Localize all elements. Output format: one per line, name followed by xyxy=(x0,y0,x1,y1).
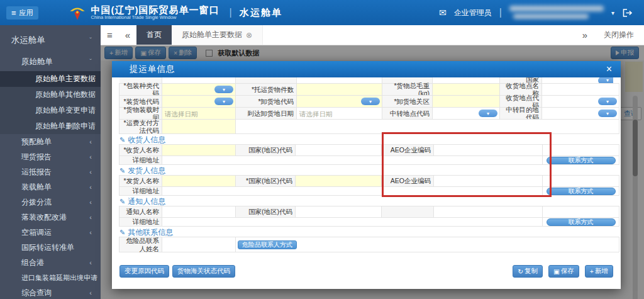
dangerous-goods-contact-row: 危险品联系人姓名 危险品联系人方式 xyxy=(119,237,613,252)
sidebar-item-loading-manifest[interactable]: 装载舱单 ‹ xyxy=(0,179,101,195)
app-title-en: China International Trade Single Window xyxy=(91,15,219,20)
messages-icon[interactable]: ✉ xyxy=(439,8,447,18)
chevron-left-icon: ‹ xyxy=(89,138,92,145)
sidebar-item-original-manifest-delete-request[interactable]: 原始舱单删除申请 xyxy=(0,118,101,134)
shipper-name-label: *发货人名称 xyxy=(119,175,162,187)
notify-extra-input[interactable] xyxy=(434,208,542,218)
loading-time-label: *货物装载时间 xyxy=(119,107,162,120)
form-row-3: *货物装载时间 到达卸货地日期 中转地点代码 ▾ 中转目的地代码 ▾ xyxy=(119,108,613,120)
delivery-place-name-input[interactable] xyxy=(542,84,619,96)
shipper-aeo-input[interactable] xyxy=(434,177,542,188)
change-reason-code-button[interactable]: 变更原因代码 xyxy=(119,265,169,278)
consignee-aeo-input[interactable] xyxy=(434,146,542,157)
sidebar-item-arrival-report[interactable]: 运抵报告 ‹ xyxy=(0,164,101,179)
notify-section-header: ✎ 通知人信息 xyxy=(119,197,613,206)
sidebar-item-distribution-diversion[interactable]: 分拨分流 ‹ xyxy=(0,195,101,210)
sidebar-item-original-manifest[interactable]: 原始舱单 ˇ xyxy=(0,52,101,71)
collapse-sidebar-icon[interactable]: ≡ xyxy=(101,30,119,40)
notify-address-row: 详细地址 联系方式 xyxy=(119,218,613,227)
loading-time-input[interactable] xyxy=(162,108,235,120)
package-type-dropdown-icon[interactable]: ▾ xyxy=(214,86,233,93)
copy-button[interactable]: ↻ 复制 xyxy=(513,265,543,278)
dangerous-goods-contact-name-input[interactable] xyxy=(162,237,235,252)
consignee-contact-button[interactable]: 联系方式 xyxy=(547,157,616,164)
consignee-country-input[interactable] xyxy=(296,146,381,157)
top-header: ≡ 应用 中国(辽宁)国际贸易单一窗口 China International … xyxy=(0,0,644,25)
header-divider: | xyxy=(230,7,232,18)
notify-name-row: 通知人名称 国家(地区)代码 xyxy=(119,206,613,218)
chevron-left-icon: ‹ xyxy=(89,228,92,236)
modal-save-button[interactable]: ▣ 保存 xyxy=(548,265,579,278)
copy-icon: ↻ xyxy=(518,268,523,275)
sidebar-item-water-manifest[interactable]: 水运舱单 ˇ xyxy=(0,28,101,52)
edit-icon: ✎ xyxy=(119,198,125,206)
form-row-4-empty-cell xyxy=(235,119,619,134)
freight-payment-code-input[interactable] xyxy=(162,120,235,133)
notify-name-input[interactable] xyxy=(162,208,235,218)
shipper-country-label: *国家(地区)代码 xyxy=(235,175,296,187)
shipper-contact-button[interactable]: 联系方式 xyxy=(547,188,616,195)
sidebar-item-reload-reconfigure-port[interactable]: 落装改配改港 ‹ xyxy=(0,210,101,225)
shipper-country-input[interactable] xyxy=(296,177,381,188)
gross-weight-input[interactable] xyxy=(433,84,499,96)
user-name-blurred[interactable] xyxy=(509,5,604,20)
consignee-address-input[interactable] xyxy=(162,159,542,167)
cargo-customs-status-code-button[interactable]: 货物海关状态代码 xyxy=(172,265,235,278)
transit-destination-code-label: 中转目的地代码 xyxy=(499,107,542,120)
shipper-name-row: *发货人名称 *国家(地区)代码 AEO企业编码 xyxy=(119,176,613,187)
shipper-row-empty-cell xyxy=(542,175,619,187)
notify-row-empty-cell xyxy=(542,206,619,218)
sidebar-nav: 水运舱单 ˇ 原始舱单 ˇ 原始舱单主要数据 原始舱单其他数据 原始舱单变更申请… xyxy=(0,25,101,299)
form-row-1: *包装种类代码 ▾ *托运货物件数 *货物总毛重(kg) 收货地点名称 xyxy=(119,84,613,96)
shipper-name-input[interactable] xyxy=(162,177,235,188)
chevron-left-icon: ‹ xyxy=(89,259,92,266)
delivery-place-dropdown-icon[interactable]: ▾ xyxy=(598,98,617,105)
notify-contact-button[interactable]: 联系方式 xyxy=(547,218,616,226)
modal-close-icon[interactable]: × xyxy=(606,64,612,74)
transit-destination-dropdown-icon[interactable]: ▾ xyxy=(598,110,617,117)
consignee-name-row: *收货人名称 国家(地区)代码 AEO企业编码 xyxy=(119,145,613,156)
consignee-name-input[interactable] xyxy=(162,146,235,157)
sidebar-item-tally-report[interactable]: 理货报告 ‹ xyxy=(0,149,101,164)
sidebar-item-empty-container-transfer[interactable]: 空箱调运 ‹ xyxy=(0,225,101,240)
unloading-place-dropdown-icon[interactable]: ▾ xyxy=(361,98,380,105)
notify-country-input[interactable] xyxy=(296,208,381,218)
sidebar-item-preconfigured-manifest[interactable]: 预配舱单 ‹ xyxy=(0,134,101,149)
sidebar-item-original-manifest-other-data[interactable]: 原始舱单其他数据 xyxy=(0,87,101,103)
tab-original-manifest-main-data[interactable]: 原始舱单主要数据 ⊗ xyxy=(172,25,263,45)
sidebar-item-international-transit-permit[interactable]: 国际转运转准单 xyxy=(0,240,101,255)
dangerous-goods-contact-button[interactable]: 危险品联系人方式 xyxy=(238,240,297,249)
loading-place-dropdown-icon[interactable]: ▾ xyxy=(214,98,233,105)
transit-place-dropdown-icon[interactable]: ▾ xyxy=(479,110,497,117)
tab-close-icon[interactable]: ⊗ xyxy=(246,31,252,40)
package-type-code-label: *包装种类代码 xyxy=(119,83,162,96)
notify-empty-label xyxy=(381,206,434,218)
sidebar-item-comprehensive-query[interactable]: 综合查询 ‹ xyxy=(0,285,101,299)
consignee-name-label: *收货人名称 xyxy=(119,144,162,156)
scroll-tabs-left-icon[interactable]: « xyxy=(119,30,136,40)
app-screen: ≡ 应用 中国(辽宁)国际贸易单一窗口 China International … xyxy=(0,0,644,299)
consignee-address-label: 详细地址 xyxy=(119,155,162,165)
tab-home[interactable]: 首页 xyxy=(136,25,172,45)
sidebar-item-original-manifest-change-request[interactable]: 原始舱单变更申请 xyxy=(0,103,101,118)
user-menu-caret-icon[interactable]: ▾ xyxy=(611,9,614,16)
other-contact-section-header: ✎ 其他联系信息 xyxy=(119,228,613,237)
sidebar-item-combined-port[interactable]: 组合港 ‹ xyxy=(0,255,101,270)
notify-address-input[interactable] xyxy=(162,220,542,228)
arrival-date-input[interactable] xyxy=(297,108,382,120)
logout-icon[interactable] xyxy=(622,8,633,18)
close-operations-button[interactable]: 关闭操作 xyxy=(594,30,644,40)
scroll-tabs-right-icon[interactable]: » xyxy=(576,30,594,40)
unloading-customs-input[interactable] xyxy=(433,96,499,108)
modal-add-button[interactable]: + 新增 xyxy=(585,265,613,278)
sidebar-item-original-manifest-main-data[interactable]: 原始舱单主要数据 xyxy=(0,71,101,87)
chevron-down-icon: ˇ xyxy=(89,37,92,44)
single-window-logo xyxy=(69,4,86,21)
apps-menu-button[interactable]: ≡ 应用 xyxy=(6,6,38,20)
sidebar-item-import-container-extension[interactable]: 进口集装箱延期出境申请 xyxy=(0,270,101,285)
modal-body: 国家 ▾ *包装种类代码 ▾ *托运货物件数 *货物总毛重(kg) 收货地点名称 xyxy=(112,77,621,278)
cargo-pieces-input[interactable] xyxy=(297,84,382,96)
notify-name-label: 通知人名称 xyxy=(119,206,162,218)
chevron-left-icon: ‹ xyxy=(89,168,92,176)
shipper-address-input[interactable] xyxy=(162,189,542,198)
